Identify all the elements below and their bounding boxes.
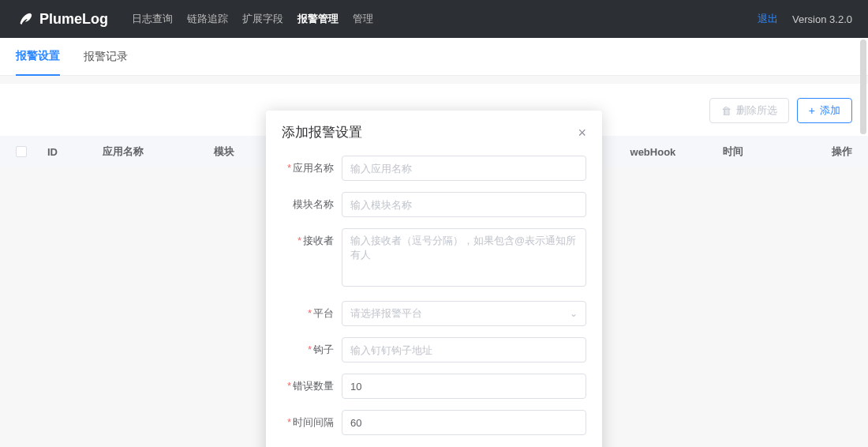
label-count: *错误数量 (282, 374, 334, 393)
app-name-input[interactable] (342, 156, 586, 181)
label-hook: *钩子 (282, 337, 334, 357)
navbar: PlumeLog 日志查询 链路追踪 扩展字段 报警管理 管理 退出 Versi… (0, 0, 868, 38)
nav-ext-fields[interactable]: 扩展字段 (242, 12, 283, 26)
logo: PlumeLog (16, 10, 108, 28)
tab-alarm-records[interactable]: 报警记录 (84, 39, 128, 75)
row-app: *应用名称 (282, 156, 586, 181)
version-label: Version 3.2.0 (792, 13, 852, 25)
module-name-input[interactable] (342, 192, 586, 217)
col-op: 操作 (797, 145, 852, 159)
row-module: 模块名称 (282, 192, 586, 217)
label-receiver: *接收者 (282, 228, 334, 248)
error-count-input[interactable] (342, 374, 586, 399)
plus-icon: + (809, 105, 815, 116)
nav-trace[interactable]: 链路追踪 (187, 12, 228, 26)
col-checkbox (16, 146, 47, 157)
add-label: 添加 (820, 103, 840, 118)
select-all-checkbox[interactable] (16, 146, 27, 157)
label-platform: *平台 (282, 301, 334, 321)
add-alarm-modal: 添加报警设置 × *应用名称 模块名称 *接收者 *平台 请选择报警平台 (266, 111, 602, 447)
col-id: ID (47, 146, 103, 158)
nav-items: 日志查询 链路追踪 扩展字段 报警管理 管理 (132, 12, 758, 26)
row-hook: *钩子 (282, 337, 586, 362)
row-count: *错误数量 (282, 374, 586, 399)
col-app: 应用名称 (103, 145, 214, 159)
nav-right: 退出 Version 3.2.0 (758, 12, 852, 26)
row-receiver: *接收者 (282, 228, 586, 290)
app-name: PlumeLog (39, 11, 108, 28)
delete-label: 删除所选 (736, 103, 777, 118)
scrollbar[interactable] (860, 39, 866, 134)
add-button[interactable]: + 添加 (797, 98, 852, 123)
nav-alarm[interactable]: 报警管理 (297, 12, 339, 26)
trash-icon: 🗑 (721, 105, 731, 117)
label-app: *应用名称 (282, 156, 334, 175)
chevron-down-icon: ⌄ (570, 308, 578, 319)
modal-body: *应用名称 模块名称 *接收者 *平台 请选择报警平台 ⌄ (266, 148, 602, 447)
label-interval: *时间间隔 (282, 410, 334, 430)
col-time: 时间 (723, 145, 797, 159)
modal-header: 添加报警设置 × (266, 111, 602, 148)
receiver-input[interactable] (342, 228, 586, 287)
row-interval: *时间间隔 (282, 410, 586, 435)
modal-title: 添加报警设置 (282, 123, 362, 141)
tabs: 报警设置 报警记录 (0, 38, 868, 76)
hook-input[interactable] (342, 337, 586, 362)
feather-icon (16, 10, 33, 28)
row-platform: *平台 请选择报警平台 ⌄ (282, 301, 586, 326)
nav-log-query[interactable]: 日志查询 (132, 12, 173, 26)
platform-placeholder: 请选择报警平台 (350, 306, 422, 321)
nav-manage[interactable]: 管理 (353, 12, 373, 26)
interval-input[interactable] (342, 410, 586, 435)
logout-link[interactable]: 退出 (758, 12, 778, 26)
delete-selected-button[interactable]: 🗑 删除所选 (709, 98, 789, 123)
tab-alarm-settings[interactable]: 报警设置 (16, 38, 60, 76)
close-icon[interactable]: × (578, 126, 586, 140)
col-webhook: webHook (630, 146, 723, 158)
platform-select[interactable]: 请选择报警平台 ⌄ (342, 301, 586, 326)
label-module: 模块名称 (282, 192, 334, 212)
